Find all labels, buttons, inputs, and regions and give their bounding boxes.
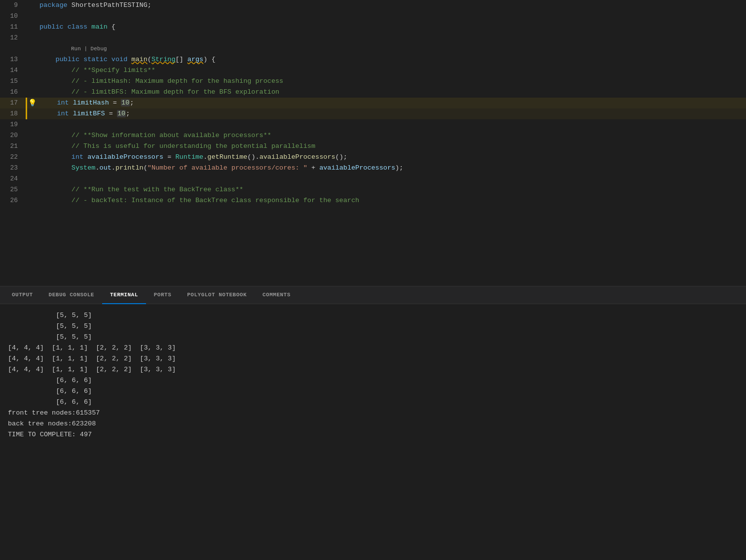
code-line-14: 14 // **Specify limits** bbox=[0, 65, 746, 76]
tab-output[interactable]: OUTPUT bbox=[4, 286, 41, 304]
terminal-line-2: [5, 5, 5] bbox=[8, 321, 738, 332]
terminal-content: [5, 5, 5] [5, 5, 5] [5, 5, 5] [4, 4, 4] … bbox=[0, 304, 746, 446]
line-num-10: 10 bbox=[0, 11, 26, 22]
code-line-19: 19 bbox=[0, 119, 746, 130]
code-content-21: // This is useful for understanding the … bbox=[36, 141, 315, 152]
line-num-12: 12 bbox=[0, 33, 26, 43]
terminal-line-8: [6, 6, 6] bbox=[8, 386, 738, 397]
code-line-18: 18 int limitBFS = 10; bbox=[0, 108, 746, 119]
code-content-11: public class main { bbox=[36, 22, 115, 33]
code-content-15: // - limitHash: Maximum depth for the ha… bbox=[36, 76, 283, 87]
code-line-22: 22 int availableProcessors = Runtime.get… bbox=[0, 152, 746, 163]
terminal-line-4: [4, 4, 4] [1, 1, 1] [2, 2, 2] [3, 3, 3] bbox=[8, 343, 738, 353]
code-line-17: 17 💡 int limitHash = 10; bbox=[0, 98, 746, 108]
code-content-17: int limitHash = 10; bbox=[37, 98, 134, 108]
line-num-19: 19 bbox=[0, 119, 26, 130]
code-content-18: int limitBFS = 10; bbox=[37, 108, 130, 119]
terminal-line-5: [4, 4, 4] [1, 1, 1] [2, 2, 2] [3, 3, 3] bbox=[8, 353, 738, 364]
code-line-11: 11 public class main { bbox=[0, 22, 746, 33]
code-line-9: 9 package ShortestPathTESTING; bbox=[0, 0, 746, 11]
line-num-14: 14 bbox=[0, 65, 26, 76]
terminal-line-3: [5, 5, 5] bbox=[8, 332, 738, 343]
code-content-26: // - backTest: Instance of the BackTree … bbox=[36, 195, 359, 206]
terminal-line-1: [5, 5, 5] bbox=[8, 310, 738, 321]
line-num-26: 26 bbox=[0, 195, 26, 206]
code-line-13: 13 public static void main(String[] args… bbox=[0, 54, 746, 65]
yellow-bar-18 bbox=[26, 108, 27, 119]
terminal-line-time: TIME TO COMPLETE: 497 bbox=[8, 429, 738, 440]
line-num-13: 13 bbox=[0, 54, 26, 65]
code-content-22: int availableProcessors = Runtime.getRun… bbox=[36, 152, 347, 163]
tab-terminal[interactable]: TERMINAL bbox=[102, 286, 146, 304]
editor-area: 9 package ShortestPathTESTING; 10 11 pub… bbox=[0, 0, 746, 286]
code-line-12: 12 bbox=[0, 33, 746, 43]
tab-ports[interactable]: PORTS bbox=[146, 286, 180, 304]
code-line-16: 16 // - limitBFS: Maximum depth for the … bbox=[0, 87, 746, 98]
tab-comments[interactable]: COMMENTS bbox=[255, 286, 298, 304]
gutter-17[interactable]: 💡 bbox=[27, 98, 37, 108]
tab-debug-console[interactable]: DEBUG CONSOLE bbox=[41, 286, 102, 304]
line-num-23: 23 bbox=[0, 163, 26, 174]
terminal-line-back: back tree nodes:623208 bbox=[8, 419, 738, 429]
line-num-21: 21 bbox=[0, 141, 26, 152]
line-num-22: 22 bbox=[0, 152, 26, 163]
code-content-13: public static void main(String[] args) { bbox=[36, 54, 216, 65]
line-num-20: 20 bbox=[0, 130, 26, 141]
code-line-24: 24 bbox=[0, 174, 746, 184]
code-line-15: 15 // - limitHash: Maximum depth for the… bbox=[0, 76, 746, 87]
line-num-16: 16 bbox=[0, 87, 26, 98]
terminal-line-7: [6, 6, 6] bbox=[8, 375, 738, 386]
line-num-15: 15 bbox=[0, 76, 26, 87]
code-line-25: 25 // **Run the test with the BackTree c… bbox=[0, 184, 746, 195]
line-num-11: 11 bbox=[0, 22, 26, 33]
code-line-26: 26 // - backTest: Instance of the BackTr… bbox=[0, 195, 746, 206]
code-content-25: // **Run the test with the BackTree clas… bbox=[36, 184, 243, 195]
tab-polyglot-notebook[interactable]: POLYGLOT NOTEBOOK bbox=[179, 286, 255, 304]
code-line-21: 21 // This is useful for understanding t… bbox=[0, 141, 746, 152]
code-content-9: package ShortestPathTESTING; bbox=[36, 0, 151, 11]
line-num-9: 9 bbox=[0, 0, 26, 11]
run-debug-hint[interactable]: Run | Debug bbox=[71, 43, 107, 54]
bulb-icon[interactable]: 💡 bbox=[28, 98, 37, 108]
terminal-line-9: [6, 6, 6] bbox=[8, 397, 738, 408]
code-content-16: // - limitBFS: Maximum depth for the BFS… bbox=[36, 87, 279, 98]
code-container: 9 package ShortestPathTESTING; 10 11 pub… bbox=[0, 0, 746, 286]
line-num-18: 18 bbox=[0, 108, 26, 119]
code-content-14: // **Specify limits** bbox=[36, 65, 155, 76]
code-line-10: 10 bbox=[0, 11, 746, 22]
line-num-17: 17 bbox=[0, 98, 26, 108]
code-line-23: 23 System.out.println("Number of availab… bbox=[0, 163, 746, 174]
panel-tabs: OUTPUT DEBUG CONSOLE TERMINAL PORTS POLY… bbox=[0, 286, 746, 304]
code-content-20: // **Show information about available pr… bbox=[36, 130, 271, 141]
code-content-23: System.out.println("Number of available … bbox=[36, 163, 403, 174]
code-line-20: 20 // **Show information about available… bbox=[0, 130, 746, 141]
run-debug-line: Run | Debug bbox=[0, 43, 746, 54]
line-num-25: 25 bbox=[0, 184, 26, 195]
line-num-24: 24 bbox=[0, 174, 26, 184]
terminal-line-front: front tree nodes:615357 bbox=[8, 408, 738, 419]
panel-area: OUTPUT DEBUG CONSOLE TERMINAL PORTS POLY… bbox=[0, 286, 746, 446]
terminal-line-6: [4, 4, 4] [1, 1, 1] [2, 2, 2] [3, 3, 3] bbox=[8, 364, 738, 375]
